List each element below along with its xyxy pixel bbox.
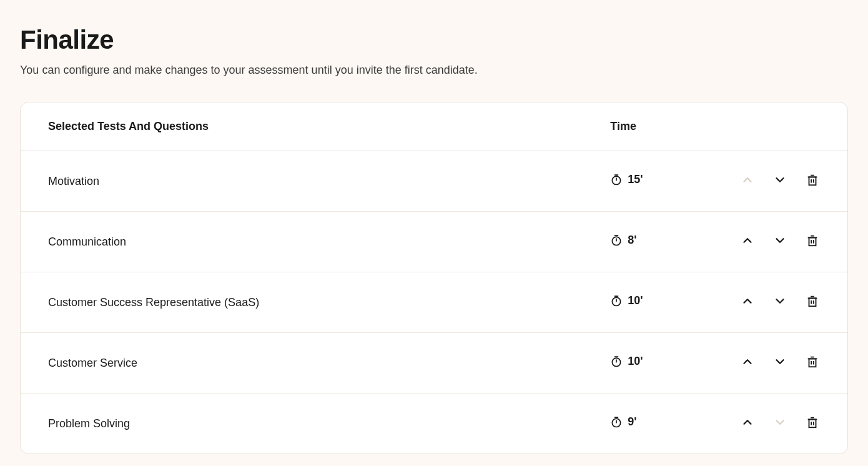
move-down-button[interactable] <box>772 172 787 187</box>
delete-button[interactable] <box>805 172 820 187</box>
time-value: 9' <box>628 415 636 429</box>
move-up-button[interactable] <box>740 354 755 369</box>
page-subtitle: You can configure and make changes to yo… <box>20 64 848 77</box>
test-name: Problem Solving <box>21 394 583 454</box>
tests-table: Selected Tests And Questions Time Motiva… <box>21 102 847 454</box>
header-time: Time <box>583 102 682 151</box>
row-actions <box>682 394 847 454</box>
row-actions <box>682 151 847 212</box>
move-down-button[interactable] <box>772 354 787 369</box>
move-down-button[interactable] <box>772 294 787 309</box>
timer-icon <box>610 295 623 307</box>
move-down-button[interactable] <box>772 233 787 248</box>
test-name: Motivation <box>21 151 583 212</box>
test-time: 10' <box>583 333 682 394</box>
table-row: Communication8' <box>21 212 847 272</box>
tests-card: Selected Tests And Questions Time Motiva… <box>20 102 848 454</box>
delete-button[interactable] <box>805 233 820 248</box>
test-time: 8' <box>583 212 682 272</box>
test-name: Customer Service <box>21 333 583 394</box>
test-time: 10' <box>583 272 682 333</box>
time-value: 15' <box>628 173 643 186</box>
header-name: Selected Tests And Questions <box>21 102 583 151</box>
table-row: Customer Service10' <box>21 333 847 394</box>
table-row: Problem Solving9' <box>21 394 847 454</box>
delete-button[interactable] <box>805 354 820 369</box>
test-name: Customer Success Representative (SaaS) <box>21 272 583 333</box>
table-row: Motivation15' <box>21 151 847 212</box>
timer-icon <box>610 355 623 368</box>
row-actions <box>682 212 847 272</box>
test-name: Communication <box>21 212 583 272</box>
time-value: 8' <box>628 234 636 247</box>
move-up-button[interactable] <box>740 233 755 248</box>
move-up-button <box>740 172 755 187</box>
header-actions <box>682 102 847 151</box>
page-title: Finalize <box>20 25 848 55</box>
move-up-button[interactable] <box>740 294 755 309</box>
row-actions <box>682 272 847 333</box>
test-time: 9' <box>583 394 682 454</box>
move-up-button[interactable] <box>740 415 755 430</box>
timer-icon <box>610 174 623 186</box>
move-down-button <box>772 415 787 430</box>
time-value: 10' <box>628 294 643 307</box>
row-actions <box>682 333 847 394</box>
timer-icon <box>610 234 623 247</box>
time-value: 10' <box>628 355 643 368</box>
test-time: 15' <box>583 151 682 212</box>
timer-icon <box>610 416 623 429</box>
table-row: Customer Success Representative (SaaS)10… <box>21 272 847 333</box>
delete-button[interactable] <box>805 415 820 430</box>
delete-button[interactable] <box>805 294 820 309</box>
